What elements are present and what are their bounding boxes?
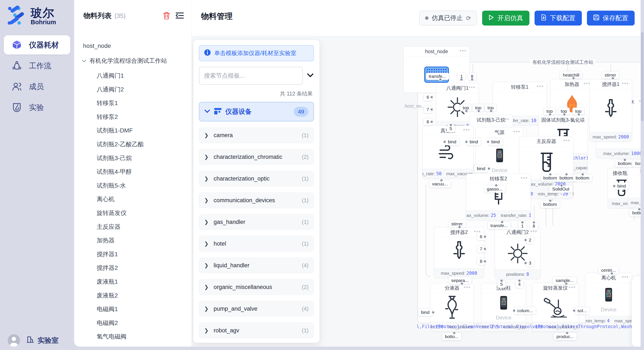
node-转移泵2[interactable]: 转移泵2•••max_volume: 25transfer_rate: 10 — [466, 174, 531, 220]
tree-item[interactable]: 试剂瓶4-甲醇 — [74, 166, 192, 178]
node-menu-icon[interactable]: ••• — [568, 284, 576, 291]
tree-item[interactable]: 主反应器 — [74, 220, 192, 233]
category-count-badge: 49 — [294, 107, 308, 117]
template-item-characterization_optic[interactable]: ❯characterization_optic(1) — [199, 171, 314, 186]
refresh-icon[interactable]: ⟳ — [466, 15, 471, 22]
sidebar-item-experiment[interactable]: 实验 — [4, 98, 70, 117]
materials-title: 物料列表 — [84, 11, 112, 21]
materials-tree: host_node有机化学流程综合测试工作站八通阀门1八通阀门2转移泵1转移泵2… — [74, 34, 192, 347]
tree-item[interactable]: 加热器 — [74, 234, 192, 247]
node-加热器[interactable]: 加热器••• — [550, 79, 594, 120]
tree-group-workstation[interactable]: 有机化学流程综合测试工作站 — [74, 54, 192, 67]
sidebar-item-members[interactable]: 成员 — [4, 77, 70, 96]
tree-item[interactable]: 离心机 — [74, 193, 192, 206]
tree-item[interactable]: 试剂瓶2-乙酸乙酯 — [74, 138, 192, 151]
vertical-scrollbar[interactable] — [640, 0, 644, 350]
tree-item[interactable]: 试剂瓶1-DMF — [74, 124, 192, 137]
tree-item[interactable]: 转移泵2 — [74, 111, 192, 123]
tree-item[interactable]: 八通阀门1 — [74, 69, 192, 82]
search-input[interactable] — [199, 67, 303, 85]
template-item-characterization_chromatic[interactable]: ❯characterization_chromatic(2) — [199, 149, 314, 165]
node-menu-icon[interactable]: ••• — [521, 175, 528, 181]
node-八通阀门2[interactable]: 八通阀门2•••positions: 8 — [495, 227, 540, 279]
node-menu-icon[interactable]: ••• — [513, 128, 520, 135]
tree-item[interactable]: 转移泵1 — [74, 97, 192, 110]
node-搅拌器1[interactable]: 搅拌器1•••max_speed: 2000 — [590, 79, 632, 142]
port-chip-produc: produc... — [554, 333, 577, 340]
node-menu-icon[interactable]: ••• — [563, 137, 570, 144]
node-menu-icon[interactable]: ••• — [639, 98, 640, 104]
node-接收瓶3[interactable]: 接收瓶3•••max_volume: 250 — [628, 166, 640, 207]
node-menu-icon[interactable]: ••• — [622, 274, 629, 280]
node-menu-icon[interactable]: ••• — [464, 284, 471, 291]
port-dot — [483, 247, 486, 251]
collapse-list-icon[interactable] — [176, 12, 184, 20]
download-config-button[interactable]: 下载配置 — [534, 11, 582, 25]
node-menu-icon[interactable]: ••• — [460, 47, 466, 54]
port-chip-transfe: transfe... — [426, 73, 449, 80]
category-grid-icon — [214, 108, 222, 115]
tree-item[interactable]: 试剂瓶5-水 — [74, 179, 192, 192]
port-dot — [518, 279, 521, 282]
tree-item[interactable]: 废液瓶1 — [74, 275, 192, 288]
save-config-button[interactable]: 保存配置 — [587, 11, 635, 25]
port-dot — [623, 158, 626, 162]
tree-item[interactable]: 旋转蒸发仪 — [74, 207, 192, 219]
tree-item[interactable]: 八通阀门2 — [74, 83, 192, 96]
start-simulation-button[interactable]: 开启仿真 — [482, 11, 530, 25]
chevron-down-icon[interactable] — [82, 57, 86, 64]
category-instruments[interactable]: 仪器设备 49 — [199, 102, 314, 121]
node-menu-icon[interactable]: ••• — [537, 83, 544, 90]
template-item-organic_miscellaneous[interactable]: ❯organic_miscellaneous(2) — [199, 279, 314, 295]
node-menu-icon[interactable]: ••• — [463, 127, 470, 133]
port-dot — [430, 120, 434, 124]
port-dot — [440, 178, 443, 182]
port-dot — [577, 113, 580, 116]
port-dot — [439, 78, 442, 81]
template-item-robot_agv[interactable]: ❯robot_agv(1) — [199, 323, 314, 338]
sidebar-footer[interactable]: 实验室 — [0, 334, 74, 347]
tree-item[interactable]: 电磁阀2 — [74, 317, 192, 329]
tree-item[interactable]: 废液瓶2 — [74, 289, 192, 302]
trash-icon[interactable] — [163, 12, 170, 20]
node-menu-icon[interactable]: ••• — [622, 80, 629, 87]
template-item-gas_handler[interactable]: ❯gas_handler(1) — [199, 214, 314, 230]
node-离心机[interactable]: 离心机•••Devicemin_temp: 4max_spe — [585, 273, 632, 326]
template-item-liquid_handler[interactable]: ❯liquid_handler(4) — [199, 257, 314, 273]
template-item-pump_and_valve[interactable]: ❯pump_and_valve(4) — [199, 301, 314, 317]
port-dot — [611, 77, 614, 80]
tree-item[interactable]: 搅拌器2 — [74, 262, 192, 274]
tree-item[interactable]: 氢气电磁阀 — [74, 330, 192, 343]
port-dot — [432, 311, 435, 314]
minimap[interactable] — [632, 276, 640, 347]
sidebar-item-cube[interactable]: 仪器耗材 — [4, 35, 70, 54]
info-icon — [204, 49, 211, 57]
port-chip-sol: sol... — [574, 307, 590, 314]
node-menu-icon[interactable]: ••• — [578, 116, 584, 123]
template-item-hotel[interactable]: ❯hotel(1) — [199, 236, 314, 252]
tree-item[interactable]: 搅拌器1 — [74, 248, 192, 261]
node-menu-icon[interactable]: ••• — [468, 84, 476, 91]
port-chip-transfe: transfe... — [488, 222, 511, 229]
tree-item[interactable]: 试剂瓶3-己烷 — [74, 152, 192, 165]
node-menu-icon[interactable]: ••• — [502, 116, 510, 123]
results-count: 共 112 条结果 — [199, 90, 314, 97]
sim-status-pill[interactable]: 仿真已停止 ⟳ — [419, 11, 477, 25]
avatar[interactable] — [8, 334, 20, 347]
materials-count: (35) — [114, 12, 126, 19]
node-搅拌器2[interactable]: 搅拌器2•••max_speed: 2000 — [434, 227, 484, 278]
tree-item[interactable]: 电磁阀1 — [74, 303, 192, 316]
lab-label: 实验室 — [38, 336, 58, 345]
sidebar: 玻尔 Bohrium 仪器耗材工作流成员实验 实验室 — [0, 0, 74, 350]
chevron-down-icon[interactable] — [307, 73, 314, 79]
sidebar-item-workflow[interactable]: 工作流 — [4, 56, 70, 75]
chevron-right-icon: ❯ — [204, 197, 208, 203]
node-真空泵[interactable]: 真空泵•••pump_rate: 50max_vacuum: 0.1 — [422, 126, 474, 178]
tree-item-host-node[interactable]: host_node — [74, 39, 192, 52]
flow-canvas[interactable]: 有机化学流程综合测试工作站 host_no.. host_node•••八通阀门… — [192, 36, 640, 347]
tree-item[interactable]: 真空泵 — [74, 344, 192, 347]
port-dot — [500, 279, 503, 282]
template-item-camera[interactable]: ❯camera(1) — [199, 127, 314, 143]
template-item-communication_devices[interactable]: ❯communication_devices(1) — [199, 192, 314, 208]
port-dot — [500, 220, 504, 224]
